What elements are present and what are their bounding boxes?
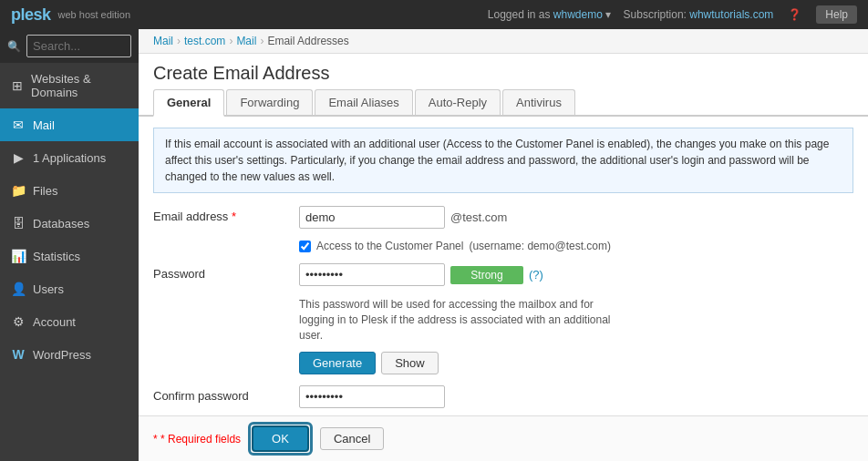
sidebar-item-users[interactable]: 👤 Users <box>0 272 139 305</box>
websites-icon: ⊞ <box>11 78 24 93</box>
info-text: If this email account is associated with… <box>165 138 829 183</box>
email-domain: @test.com <box>450 210 507 224</box>
confirm-input[interactable] <box>299 385 445 408</box>
access-checkbox[interactable] <box>299 241 311 252</box>
breadcrumb-email-addresses: Email Addresses <box>267 35 348 47</box>
show-button[interactable]: Show <box>381 352 439 374</box>
sidebar-item-databases[interactable]: 🗄 Databases <box>0 207 139 240</box>
username-link[interactable]: whwdemo <box>553 8 603 21</box>
generate-row: Generate Show <box>153 352 853 374</box>
tab-auto-reply[interactable]: Auto-Reply <box>415 89 501 115</box>
sidebar-label-applications: 1 Applications <box>33 151 106 165</box>
users-icon: 👤 <box>11 282 26 296</box>
mail-icon: ✉ <box>11 118 26 132</box>
email-input[interactable] <box>299 206 445 229</box>
generate-spacer <box>153 352 299 355</box>
top-bar-left: plesk web host edition <box>11 5 130 25</box>
search-box: 🔍 <box>0 29 139 63</box>
tabs: General Forwarding Email Aliases Auto-Re… <box>139 89 868 117</box>
sidebar-item-mail[interactable]: ✉ Mail <box>0 108 139 141</box>
password-label: Password <box>153 263 299 281</box>
wordpress-icon: W <box>11 347 26 362</box>
tab-antivirus[interactable]: Antivirus <box>502 89 575 115</box>
email-row: Email address * @test.com <box>153 206 853 229</box>
top-bar-right: Logged in as whwdemo ▾ Subscription: whw… <box>488 5 857 24</box>
password-hint-icon[interactable]: (?) <box>529 268 543 282</box>
sidebar: 🔍 ⊞ Websites & Domains ✉ Mail ▶ 1 Applic… <box>0 29 139 461</box>
generate-field-group: Generate Show <box>299 352 439 374</box>
sidebar-label-mail: Mail <box>33 118 55 132</box>
ok-button[interactable]: OK <box>252 425 309 452</box>
main-layout: 🔍 ⊞ Websites & Domains ✉ Mail ▶ 1 Applic… <box>0 29 868 461</box>
files-icon: 📁 <box>11 183 26 198</box>
tab-email-aliases[interactable]: Email Aliases <box>315 89 412 115</box>
tab-forwarding[interactable]: Forwarding <box>226 89 313 115</box>
user-info: Logged in as whwdemo ▾ Subscription: whw… <box>488 8 774 21</box>
sidebar-label-websites: Websites & Domains <box>31 72 128 99</box>
breadcrumb: Mail › test.com › Mail › Email Addresses <box>139 29 868 54</box>
form-footer: * * Required fields OK Cancel <box>139 415 868 461</box>
cancel-button[interactable]: Cancel <box>320 427 384 450</box>
top-bar: plesk web host edition Logged in as whwd… <box>0 0 868 29</box>
breadcrumb-sep-3: › <box>260 35 264 47</box>
access-label: Access to the Customer Panel <box>316 240 463 252</box>
tab-general[interactable]: General <box>153 89 224 117</box>
breadcrumb-sep-2: › <box>229 35 232 47</box>
generate-button[interactable]: Generate <box>299 352 376 374</box>
required-note: * * Required fields <box>153 433 241 446</box>
help-button[interactable]: Help <box>816 5 857 24</box>
confirm-field-group <box>299 385 445 408</box>
password-row: Password Strong (?) <box>153 263 853 286</box>
sidebar-item-files[interactable]: 📁 Files <box>0 174 139 207</box>
sidebar-label-files: Files <box>33 184 57 198</box>
strength-bar: Strong <box>450 266 523 284</box>
password-help-text: This password will be used for accessing… <box>153 297 627 343</box>
breadcrumb-mail2[interactable]: Mail <box>236 35 256 47</box>
sidebar-label-statistics: Statistics <box>33 250 80 263</box>
sidebar-label-wordpress: WordPress <box>33 348 91 362</box>
sidebar-item-account[interactable]: ⚙ Account <box>0 305 139 338</box>
plesk-edition: web host edition <box>58 9 131 20</box>
sidebar-item-websites[interactable]: ⊞ Websites & Domains <box>0 63 139 108</box>
form-content: If this email account is associated with… <box>139 117 868 415</box>
breadcrumb-sep-1: › <box>177 35 181 47</box>
confirm-row: Confirm password <box>153 385 853 408</box>
help-icon: ❓ <box>788 8 801 21</box>
breadcrumb-testcom[interactable]: test.com <box>184 35 225 47</box>
confirm-label: Confirm password <box>153 385 299 403</box>
breadcrumb-mail[interactable]: Mail <box>153 35 173 47</box>
email-label: Email address * <box>153 206 299 223</box>
plesk-logo: plesk <box>11 5 51 25</box>
subscription-link[interactable]: whwtutorials.com <box>689 8 773 21</box>
ok-button-container: OK <box>252 425 309 452</box>
sidebar-label-databases: Databases <box>33 217 89 230</box>
sidebar-label-users: Users <box>33 282 64 296</box>
sidebar-item-wordpress[interactable]: W WordPress <box>0 338 139 371</box>
page-title: Create Email Address <box>139 54 868 89</box>
statistics-icon: 📊 <box>11 249 26 263</box>
search-icon: 🔍 <box>7 40 21 53</box>
info-box: If this email account is associated with… <box>153 128 853 193</box>
sidebar-item-applications[interactable]: ▶ 1 Applications <box>0 141 139 174</box>
password-field-group: Strong (?) <box>299 263 543 286</box>
databases-icon: 🗄 <box>11 216 26 230</box>
access-row: Access to the Customer Panel (username: … <box>153 240 853 252</box>
sidebar-label-account: Account <box>33 315 76 329</box>
account-icon: ⚙ <box>11 314 26 329</box>
access-username: (username: demo@test.com) <box>469 240 611 252</box>
password-input[interactable] <box>299 263 445 286</box>
applications-icon: ▶ <box>11 150 26 165</box>
sidebar-item-statistics[interactable]: 📊 Statistics <box>0 240 139 272</box>
content-area: Mail › test.com › Mail › Email Addresses… <box>139 29 868 461</box>
search-input[interactable] <box>26 35 131 57</box>
email-field-group: @test.com <box>299 206 507 229</box>
